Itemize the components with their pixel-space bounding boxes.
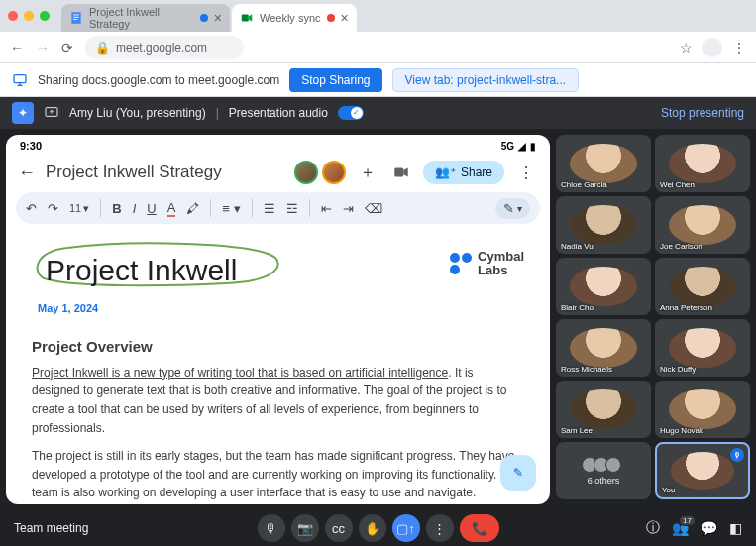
svg-rect-4 [242, 15, 249, 22]
share-banner: Sharing docs.google.com to meet.google.c… [0, 63, 756, 97]
kebab-menu-icon[interactable]: ⋮ [514, 164, 538, 182]
chat-icon[interactable]: 💬 [701, 520, 717, 536]
bulleted-list-icon[interactable]: ☰ [264, 201, 275, 216]
participant-tile[interactable]: Blair Cho [556, 258, 651, 315]
stop-presenting-button[interactable]: Stop presenting [661, 106, 744, 120]
window-controls[interactable] [8, 11, 50, 21]
underline-icon[interactable]: U [147, 201, 156, 216]
profile-avatar[interactable] [702, 38, 722, 57]
activities-icon[interactable]: ◧ [729, 520, 742, 536]
undo-icon[interactable]: ↶ [26, 201, 37, 216]
participant-tile[interactable]: Chloe Garcia [556, 135, 651, 192]
participant-grid: Chloe Garcia Wei Chen Nadia Vu Joe Carls… [556, 135, 750, 504]
collaborator-avatar[interactable] [294, 161, 318, 184]
paragraph: Project Inkwell is a new type of writing… [32, 364, 524, 437]
doc-body[interactable]: Project Inkwell CymbalLabs May 1, 2024 P… [6, 228, 550, 504]
participant-tile[interactable]: Sam Lee [556, 381, 651, 438]
people-count: 17 [679, 515, 696, 526]
clock: 9:30 [20, 140, 42, 152]
text-color-icon[interactable]: A [167, 200, 176, 217]
speaking-indicator-icon: 🎙 [730, 448, 744, 462]
battery-icon: ▮ [530, 141, 536, 152]
redo-icon[interactable]: ↷ [48, 201, 58, 216]
self-tile[interactable]: 🎙 You [655, 442, 750, 499]
meet-favicon-icon [240, 11, 254, 25]
overflow-participants-tile[interactable]: 6 others [556, 442, 651, 499]
meeting-name: Team meeting [14, 521, 88, 535]
svg-rect-5 [14, 74, 26, 82]
collaborator-avatar[interactable] [322, 161, 346, 184]
presentation-audio-toggle[interactable] [338, 106, 364, 120]
camera-button[interactable]: 📷 [291, 514, 319, 542]
participant-tile[interactable]: Anna Peterson [655, 258, 750, 315]
info-icon[interactable]: ⓘ [646, 519, 660, 537]
svg-rect-7 [394, 168, 403, 177]
shared-document-panel: 9:30 5G ◢ ▮ ← Project Inkwell Strategy ＋… [6, 135, 550, 504]
participant-tile[interactable]: Wei Chen [655, 135, 750, 192]
align-icon[interactable]: ≡ ▾ [222, 201, 240, 216]
font-size-selector[interactable]: 11 ▾ [69, 202, 89, 215]
raise-hand-button[interactable]: ✋ [359, 514, 386, 542]
meet-icon[interactable] [389, 164, 413, 181]
captions-button[interactable]: cc [325, 514, 353, 542]
tab-indicator-icon [200, 14, 208, 22]
section-heading: Project Overview [32, 335, 524, 358]
highlight-icon[interactable]: 🖍 [186, 201, 199, 216]
back-icon[interactable]: ← [10, 40, 24, 55]
participant-tile[interactable]: Hugo Novak [655, 381, 750, 438]
svg-rect-0 [71, 12, 80, 24]
participant-tile[interactable]: Joe Carlson [655, 196, 750, 254]
editing-mode-selector[interactable]: ✎▾ [495, 198, 530, 219]
share-label: Share [461, 165, 492, 179]
reload-icon[interactable]: ⟳ [61, 40, 73, 55]
svg-rect-1 [73, 15, 79, 16]
edit-fab[interactable]: ✎ [500, 455, 536, 491]
company-name: CymbalLabs [478, 250, 524, 276]
participant-tile[interactable]: Nadia Vu [556, 196, 651, 254]
svg-rect-3 [73, 19, 77, 20]
tab-title: Project Inkwell Strategy [89, 6, 194, 30]
mic-button[interactable]: 🎙 [258, 514, 285, 542]
present-button[interactable]: ▢↑ [392, 514, 420, 542]
star-icon[interactable]: ☆ [680, 40, 693, 55]
url-text: meet.google.com [116, 41, 207, 55]
numbered-list-icon[interactable]: ☲ [286, 201, 298, 216]
overflow-avatars [586, 457, 621, 473]
hero-title: Project Inkwell [32, 244, 251, 298]
browser-tab-meet[interactable]: Weekly sync × [232, 4, 357, 32]
back-arrow-icon[interactable]: ← [18, 163, 36, 183]
doc-header: ← Project Inkwell Strategy ＋ 👥⁺ Share ⋮ [6, 157, 550, 188]
bold-icon[interactable]: B [112, 201, 121, 216]
address-bar[interactable]: 🔒 meet.google.com [85, 36, 244, 59]
sparkle-button[interactable]: ✦ [12, 102, 34, 124]
add-collaborator-icon[interactable]: ＋ [356, 163, 379, 183]
italic-icon[interactable]: I [133, 201, 137, 216]
browser-tab-docs[interactable]: Project Inkwell Strategy × [61, 4, 230, 32]
screen-share-icon [12, 72, 28, 88]
browser-tab-strip: Project Inkwell Strategy × Weekly sync × [0, 0, 756, 32]
share-status-text: Sharing docs.google.com to meet.google.c… [38, 73, 279, 87]
close-icon[interactable]: × [341, 10, 349, 26]
doc-date: May 1, 2024 [38, 300, 524, 317]
end-call-button[interactable]: 📞 [460, 514, 499, 542]
clear-formatting-icon[interactable]: ⌫ [365, 201, 382, 216]
people-icon[interactable]: 👥17 [672, 520, 689, 536]
meet-main-area: 9:30 5G ◢ ▮ ← Project Inkwell Strategy ＋… [0, 129, 756, 510]
stop-sharing-button[interactable]: Stop Sharing [289, 68, 381, 92]
forward-icon[interactable]: → [36, 40, 50, 55]
meet-presenter-bar: ✦ Amy Liu (You, presenting) | Presentati… [0, 97, 756, 129]
overflow-count: 6 others [588, 476, 620, 486]
svg-rect-2 [73, 17, 79, 18]
cymbal-logo-icon [450, 253, 472, 274]
close-icon[interactable]: × [214, 10, 222, 26]
paragraph: The project is still in its early stages… [32, 447, 524, 502]
indent-decrease-icon[interactable]: ⇤ [321, 201, 332, 216]
share-button[interactable]: 👥⁺ Share [423, 161, 504, 184]
more-options-button[interactable]: ⋮ [426, 514, 454, 542]
indent-increase-icon[interactable]: ⇥ [343, 201, 354, 216]
participant-tile[interactable]: Nick Duffy [655, 319, 750, 377]
participant-tile[interactable]: Ross Michaels [556, 319, 651, 377]
signal-label: 5G [501, 141, 514, 152]
kebab-menu-icon[interactable]: ⋮ [732, 40, 746, 55]
view-tab-button[interactable]: View tab: project-inkwell-stra... [392, 68, 580, 92]
